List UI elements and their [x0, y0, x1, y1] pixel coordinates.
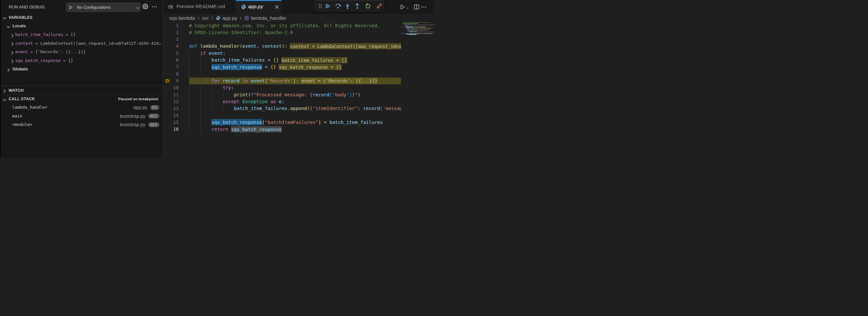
breadcrumb-item[interactable]: src [202, 15, 209, 21]
chevron-right-icon[interactable] [10, 32, 15, 38]
minimap-line [428, 30, 428, 31]
line-number[interactable]: 4 [166, 43, 179, 50]
code-token [189, 127, 212, 132]
close-icon[interactable] [274, 4, 280, 10]
minimap-line [421, 32, 428, 32]
line-number[interactable]: 5 [166, 50, 179, 57]
scope-row-globals[interactable]: Globals [0, 65, 163, 74]
minimap-line [403, 23, 418, 23]
debug-restart-icon[interactable] [365, 3, 371, 9]
gear-icon[interactable] [143, 4, 148, 9]
line-number[interactable]: 6 [166, 57, 179, 64]
code-token: event [251, 78, 265, 84]
debug-disconnect-icon[interactable] [376, 3, 382, 9]
breadcrumbs: sqs-lambdasrcapp.pylambda_handler [163, 14, 434, 22]
minimap[interactable] [401, 22, 434, 158]
more-actions-icon[interactable] [152, 4, 157, 10]
line-number[interactable]: 14 [166, 112, 179, 119]
run-dropdown-chevron-icon[interactable] [406, 5, 409, 8]
run-icon[interactable] [399, 4, 405, 10]
code-editor: 12345678910111213141516 # Copyright Amaz… [163, 22, 434, 158]
minimap-line [407, 26, 408, 26]
code-token-highlighted: sqs_batch_response [212, 119, 262, 125]
chevron-down-icon [135, 5, 140, 10]
chevron-right-icon[interactable] [10, 58, 15, 63]
chevron-down-icon[interactable] [2, 97, 7, 102]
tab-label: Preview README.md [177, 4, 225, 9]
stack-frame-location: app.py9:1 [133, 103, 159, 112]
code-token: 'messageId' [383, 106, 401, 111]
code-line: sqs_batch_response = {}sqs_batch_respons… [189, 64, 401, 70]
debug-inline-value: sqs_batch_response = {} [279, 64, 342, 70]
code-viewport[interactable]: # Copyright Amazon.com, Inc. or its affi… [189, 22, 401, 158]
more-actions-icon[interactable] [421, 4, 427, 10]
chevron-down-icon[interactable] [6, 24, 11, 29]
line-number[interactable]: 3 [166, 36, 179, 43]
tab-app-py[interactable]: app.py [236, 0, 282, 14]
debug-restart-icon [365, 3, 371, 9]
section-header-watch[interactable]: WATCH [0, 86, 163, 95]
code-token: {} [271, 64, 276, 69]
debug-step-out-icon[interactable] [354, 3, 360, 9]
code-token: try [222, 85, 231, 90]
section-header-variables[interactable]: VARIABLES [0, 13, 163, 22]
more-actions-icon [421, 4, 427, 10]
debug-inline-value: context = LambdaContext([aws_request_id=… [290, 43, 401, 49]
editor-group: Preview README.mdapp.py sqs-lambdasrcapp… [163, 0, 434, 158]
breakpoint-paused-icon[interactable] [165, 78, 170, 84]
debug-step-over-icon[interactable] [335, 3, 341, 9]
minimap-line [406, 29, 407, 29]
line-number[interactable]: 10 [166, 84, 179, 91]
chevron-down-icon [135, 5, 140, 10]
variable-name: context [15, 41, 33, 46]
variable-row[interactable]: context = LambdaContext([aws_request_id=… [0, 39, 163, 48]
stack-frame-row[interactable]: lambda_handlerapp.py9:1 [0, 103, 163, 112]
variable-row[interactable]: batch_item_failures = [] [0, 31, 163, 39]
stack-frame-row[interactable]: <module>bootstrap.py63:1 [0, 120, 163, 129]
debug-continue-icon[interactable] [325, 3, 331, 9]
gear-icon [143, 4, 148, 9]
code-token: ( [239, 43, 242, 49]
gripper-icon[interactable] [317, 3, 323, 9]
line-number[interactable]: 13 [166, 105, 179, 112]
debug-config-dropdown[interactable]: No Configurations [66, 3, 141, 12]
split-editor-icon[interactable] [413, 4, 420, 10]
chevron-right-icon[interactable] [6, 67, 11, 72]
breadcrumb-item[interactable]: app.py [222, 15, 237, 21]
variable-row[interactable]: sqs_batch_response = {} [0, 57, 163, 65]
debug-step-into-icon[interactable] [344, 3, 351, 9]
breadcrumb-item[interactable]: lambda_handler [251, 15, 286, 21]
code-line: # SPDX-License-Identifier: Apache-2.0 [189, 29, 401, 36]
chevron-right-icon[interactable] [10, 41, 15, 46]
editor-gutter[interactable]: 12345678910111213141516 [163, 22, 190, 158]
variable-expression: batch_item_failures = [] [15, 31, 163, 39]
tab-icon-holder [168, 4, 173, 9]
line-number[interactable]: 7 [166, 64, 179, 70]
code-token: for [212, 78, 220, 84]
code-token: : [284, 43, 287, 49]
code-line: def lambda_handler(event, context):conte… [189, 43, 401, 50]
chevron-down-icon[interactable] [2, 15, 7, 20]
chevron-right-icon[interactable] [10, 50, 15, 55]
tab-preview-readme[interactable]: Preview README.md [163, 0, 236, 14]
code-token: Exception [242, 99, 268, 104]
line-number[interactable]: 1 [166, 22, 179, 29]
minimap-line [423, 33, 431, 34]
code-token: # SPDX-License-Identifier: Apache-2.0 [189, 30, 293, 35]
code-token: : [282, 99, 284, 104]
variable-name: event [15, 49, 28, 54]
line-number[interactable]: 15 [166, 119, 179, 126]
variable-row[interactable]: event = {'Records': [{...}]} [0, 48, 163, 57]
chevron-right-icon[interactable] [2, 88, 7, 93]
debug-start-icon[interactable] [68, 5, 73, 10]
line-number[interactable]: 12 [166, 98, 179, 105]
breadcrumb-item[interactable]: sqs-lambda [169, 15, 195, 21]
line-number[interactable]: 11 [166, 92, 179, 98]
stack-frame-row[interactable]: mainbootstrap.py60:1 [0, 112, 163, 121]
code-line: try: [189, 84, 401, 91]
code-token: except [222, 99, 239, 104]
line-number[interactable]: 16 [166, 126, 179, 133]
line-number[interactable]: 8 [166, 71, 179, 77]
scope-row-locals[interactable]: Locals [0, 22, 163, 31]
line-number[interactable]: 2 [166, 29, 179, 36]
